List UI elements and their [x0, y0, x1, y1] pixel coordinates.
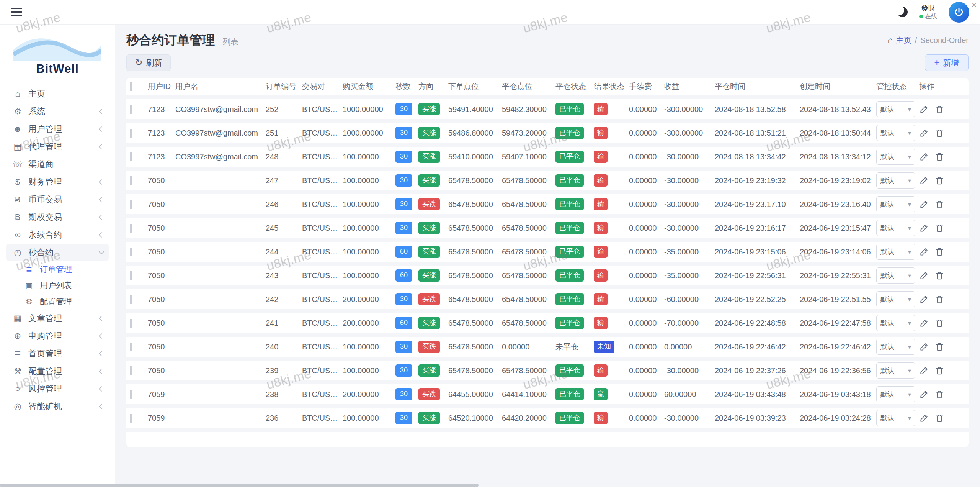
edit-icon[interactable] — [919, 247, 929, 257]
delete-icon[interactable] — [934, 247, 944, 257]
sidebar-subitem-config-management-sub[interactable]: ⚙配置管理 — [18, 294, 109, 310]
sidebar-item-homepage-management[interactable]: ≣首页管理 — [6, 345, 109, 362]
sidebar-toggle-icon[interactable] — [11, 6, 22, 18]
profit: -35.00000 — [664, 248, 715, 256]
order-number: 240 — [266, 343, 302, 351]
row-checkbox[interactable] — [130, 271, 132, 280]
edit-icon[interactable] — [919, 342, 929, 352]
row-checkbox[interactable] — [130, 390, 132, 399]
users-icon: ☻ — [11, 124, 24, 134]
control-status-select[interactable]: 默认▾ — [876, 101, 915, 117]
sidebar-item-system[interactable]: ⚙系统 — [6, 103, 109, 120]
row-checkbox[interactable] — [130, 414, 132, 423]
sidebar-item-coin-trade[interactable]: Ƀ币币交易 — [6, 191, 109, 208]
sidebar-item-risk-management[interactable]: ○风控管理 — [6, 380, 109, 397]
control-status-select[interactable]: 默认▾ — [876, 315, 915, 331]
control-status-select[interactable]: 默认▾ — [876, 196, 915, 212]
row-checkbox[interactable] — [130, 224, 132, 233]
trading-pair: BTC/USDT — [302, 319, 343, 328]
edit-icon[interactable] — [919, 223, 929, 233]
close-status-badge: 已平仓 — [555, 151, 584, 163]
row-checkbox[interactable] — [130, 129, 132, 138]
refresh-button[interactable]: ↻ 刷新 — [126, 54, 171, 71]
sidebar-item-finance-management[interactable]: $财务管理 — [6, 173, 109, 190]
delete-icon[interactable] — [934, 366, 944, 375]
control-status-select[interactable]: 默认▾ — [876, 172, 915, 189]
user-info[interactable]: 發財 在线 — [919, 4, 937, 21]
breadcrumb-home-icon: ⌂ — [888, 35, 893, 45]
close-icon[interactable]: ✕ — [971, 1, 977, 9]
sidebar-item-options-trade[interactable]: Ƀ期权交易 — [6, 208, 109, 226]
edit-icon[interactable] — [919, 318, 929, 328]
control-status-select[interactable]: 默认▾ — [876, 386, 915, 402]
control-status-select[interactable]: 默认▾ — [876, 125, 915, 141]
control-status-select[interactable]: 默认▾ — [876, 339, 915, 355]
row-checkbox[interactable] — [130, 176, 132, 185]
order-row: 7050247BTC/USDT100.0000030买涨65478.500006… — [126, 171, 969, 194]
row-checkbox[interactable] — [130, 248, 132, 256]
delete-icon[interactable] — [934, 389, 944, 399]
row-checkbox[interactable] — [130, 200, 132, 209]
delete-icon[interactable] — [934, 271, 944, 280]
control-status-select[interactable]: 默认▾ — [876, 410, 915, 426]
control-status-select[interactable]: 默认▾ — [876, 291, 915, 307]
avatar[interactable] — [949, 2, 969, 23]
delete-icon[interactable] — [934, 342, 944, 352]
control-status-select[interactable]: 默认▾ — [876, 220, 915, 236]
purchase-amount: 200.00000 — [343, 390, 395, 399]
edit-icon[interactable] — [919, 199, 929, 209]
control-status-select[interactable]: 默认▾ — [876, 362, 915, 379]
close-price: 65478.50000 — [502, 200, 555, 209]
edit-icon[interactable] — [919, 104, 929, 114]
delete-icon[interactable] — [934, 223, 944, 233]
row-checkbox[interactable] — [130, 319, 132, 328]
trading-pair: BTC/USDT — [302, 105, 343, 114]
sidebar-item-article-management[interactable]: ▦文章管理 — [6, 310, 109, 327]
sidebar-item-channel[interactable]: ☏渠道商 — [6, 156, 109, 173]
delete-icon[interactable] — [934, 413, 944, 423]
row-checkbox[interactable] — [130, 366, 132, 375]
control-status-select[interactable]: 默认▾ — [876, 267, 915, 284]
dark-mode-toggle-icon[interactable] — [897, 7, 908, 17]
sidebar-item-perpetual-contract[interactable]: ∞永续合约 — [6, 226, 109, 243]
edit-icon[interactable] — [919, 175, 929, 185]
delete-icon[interactable] — [934, 104, 944, 114]
delete-icon[interactable] — [934, 128, 944, 138]
horizontal-scrollbar[interactable] — [0, 484, 479, 487]
sidebar-item-subscribe-management[interactable]: ⊕申购管理 — [6, 327, 109, 344]
sidebar-subitem-user-list[interactable]: ▣用户列表 — [18, 277, 109, 294]
sidebar-item-agent-management[interactable]: ▤代理管理 — [6, 138, 109, 155]
delete-icon[interactable] — [934, 175, 944, 185]
edit-icon[interactable] — [919, 413, 929, 423]
sidebar-item-seconds-contract[interactable]: ◷秒合约 — [6, 244, 109, 261]
delete-icon[interactable] — [934, 294, 944, 304]
delete-icon[interactable] — [934, 199, 944, 209]
edit-icon[interactable] — [919, 389, 929, 399]
row-checkbox[interactable] — [130, 343, 132, 351]
profit: -30.00000 — [664, 224, 715, 233]
edit-icon[interactable] — [919, 128, 929, 138]
edit-icon[interactable] — [919, 152, 929, 162]
control-status-select[interactable]: 默认▾ — [876, 244, 915, 260]
sidebar-item-config-management[interactable]: ⚒配置管理 — [6, 362, 109, 380]
row-checkbox[interactable] — [130, 105, 132, 114]
sidebar-item-user-management[interactable]: ☻用户管理 — [6, 120, 109, 138]
row-checkbox[interactable] — [130, 152, 132, 161]
close-status-badge: 已平仓 — [555, 127, 584, 139]
delete-icon[interactable] — [934, 152, 944, 162]
trading-pair: BTC/USDT — [302, 248, 343, 256]
sidebar-subitem-order-management[interactable]: ≣订单管理 — [18, 261, 109, 277]
add-button[interactable]: + 新增 — [925, 54, 969, 71]
edit-icon[interactable] — [919, 271, 929, 280]
delete-icon[interactable] — [934, 318, 944, 328]
open-price: 65478.50000 — [448, 224, 502, 233]
breadcrumb-home-link[interactable]: 主页 — [896, 35, 911, 46]
edit-icon[interactable] — [919, 294, 929, 304]
sidebar-item-smart-miner[interactable]: ◎智能矿机 — [6, 398, 109, 415]
sidebar-item-home[interactable]: ⌂主页 — [6, 85, 109, 102]
row-checkbox[interactable] — [130, 295, 132, 304]
edit-icon[interactable] — [919, 366, 929, 375]
control-status-select[interactable]: 默认▾ — [876, 149, 915, 165]
select-all-checkbox[interactable] — [130, 82, 132, 91]
fee: 0.00000 — [629, 200, 664, 209]
